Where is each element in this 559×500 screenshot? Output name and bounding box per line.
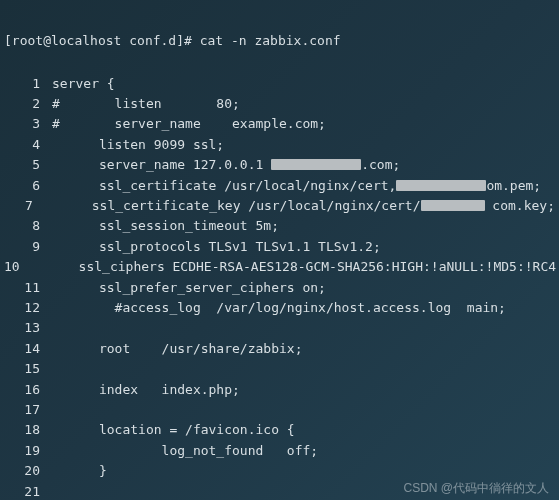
- code-line: 2# listen 80;: [4, 93, 555, 113]
- line-number: 4: [4, 138, 52, 151]
- line-content: #access_log /var/log/nginx/host.access.l…: [52, 301, 506, 314]
- line-number: 12: [4, 301, 52, 314]
- line-content: ssl_prefer_server_ciphers on;: [52, 281, 326, 294]
- line-content: ssl_session_timeout 5m;: [52, 219, 279, 232]
- code-line: 8 ssl_session_timeout 5m;: [4, 216, 555, 236]
- line-number: 8: [4, 219, 52, 232]
- code-line: 13: [4, 318, 555, 338]
- line-number: 7: [4, 199, 45, 212]
- code-line: 9 ssl_protocols TLSv1 TLSv1.1 TLSv1.2;: [4, 236, 555, 256]
- line-content: log_not_found off;: [52, 444, 318, 457]
- line-number: 21: [4, 485, 52, 498]
- code-line: 3# server_name example.com;: [4, 114, 555, 134]
- line-number: 17: [4, 403, 52, 416]
- shell-prompt: [root@localhost conf.d]# cat -n zabbix.c…: [4, 34, 555, 47]
- line-content: # listen 80;: [52, 97, 240, 110]
- line-content: root /usr/share/zabbix;: [52, 342, 302, 355]
- code-line: 10 ssl_ciphers ECDHE-RSA-AES128-GCM-SHA2…: [4, 257, 555, 277]
- line-content: server_name 127.0.0.1: [52, 158, 271, 171]
- line-number: 15: [4, 362, 52, 375]
- line-content: ssl_protocols TLSv1 TLSv1.1 TLSv1.2;: [52, 240, 381, 253]
- line-content-tail: .com;: [361, 158, 400, 171]
- line-number: 9: [4, 240, 52, 253]
- line-number: 3: [4, 117, 52, 130]
- line-content: server {: [52, 77, 115, 90]
- code-line: 17: [4, 399, 555, 419]
- code-line: 7 ssl_certificate_key /usr/local/nginx/c…: [4, 195, 555, 215]
- code-line: 11 ssl_prefer_server_ciphers on;: [4, 277, 555, 297]
- line-content: location = /favicon.ico {: [52, 423, 295, 436]
- code-line: 15: [4, 358, 555, 378]
- line-number: 18: [4, 423, 52, 436]
- code-line: 1server {: [4, 73, 555, 93]
- redacted-text: [421, 200, 485, 211]
- line-content: }: [52, 464, 107, 477]
- line-number: 13: [4, 321, 52, 334]
- line-content: listen 9099 ssl;: [52, 138, 224, 151]
- line-content: ssl_certificate /usr/local/nginx/cert,: [52, 179, 396, 192]
- line-number: 16: [4, 383, 52, 396]
- line-number: 10: [4, 260, 32, 273]
- line-number: 5: [4, 158, 52, 171]
- code-line: 19 log_not_found off;: [4, 440, 555, 460]
- code-line: 5 server_name 127.0.0.1 .com;: [4, 155, 555, 175]
- code-line: 14 root /usr/share/zabbix;: [4, 338, 555, 358]
- terminal-output: [root@localhost conf.d]# cat -n zabbix.c…: [4, 8, 555, 500]
- redacted-text: [271, 159, 361, 170]
- code-line: 20 }: [4, 460, 555, 480]
- code-line: 18 location = /favicon.ico {: [4, 420, 555, 440]
- code-block: 1server {2# listen 80;3# server_name exa…: [4, 73, 555, 500]
- code-line: 12 #access_log /var/log/nginx/host.acces…: [4, 297, 555, 317]
- line-content: ssl_ciphers ECDHE-RSA-AES128-GCM-SHA256:…: [32, 260, 559, 273]
- line-number: 14: [4, 342, 52, 355]
- line-number: 1: [4, 77, 52, 90]
- code-line: 6 ssl_certificate /usr/local/nginx/cert,…: [4, 175, 555, 195]
- redacted-text: [396, 180, 486, 191]
- code-line: 4 listen 9099 ssl;: [4, 134, 555, 154]
- line-number: 20: [4, 464, 52, 477]
- line-content-tail: com.key;: [485, 199, 555, 212]
- line-number: 11: [4, 281, 52, 294]
- line-number: 19: [4, 444, 52, 457]
- line-content: index index.php;: [52, 383, 240, 396]
- watermark-text: CSDN @代码中徜徉的文人: [403, 482, 549, 494]
- code-line: 16 index index.php;: [4, 379, 555, 399]
- line-content: ssl_certificate_key /usr/local/nginx/cer…: [45, 199, 421, 212]
- line-content: # server_name example.com;: [52, 117, 326, 130]
- line-number: 2: [4, 97, 52, 110]
- line-number: 6: [4, 179, 52, 192]
- line-content-tail: om.pem;: [486, 179, 541, 192]
